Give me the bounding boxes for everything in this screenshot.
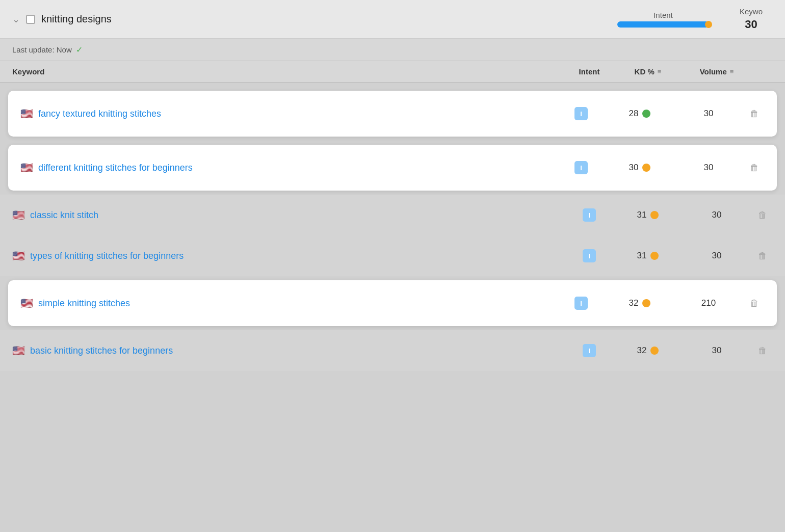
top-bar-left: ⌄ knitting designs [12,13,112,25]
col-kd-header[interactable]: KD % ≡ [615,67,681,76]
table-body: 🇺🇸 fancy textured knitting stitches I 28… [0,83,785,375]
top-bar: ⌄ knitting designs Intent Keywo 30 [0,0,785,39]
keyword-link[interactable]: classic knit stitch [30,210,564,221]
flag-icon: 🇺🇸 [20,297,33,309]
keyword-count-column: Keywo 30 [740,7,763,31]
intent-badge-label: I [574,161,588,174]
col-intent-header: Intent [564,67,615,76]
flag-icon: 🇺🇸 [12,209,25,221]
keyword-link[interactable]: simple knitting stitches [38,298,556,309]
intent-progress-bar [617,21,709,28]
volume-cell: 30 [673,163,744,173]
kd-cell: 31 [615,210,681,220]
row-checkbox[interactable] [26,15,35,24]
intent-label: Intent [653,11,673,19]
kd-dot [642,164,650,172]
intent-badge-label: I [574,297,588,310]
intent-badge: I [556,161,607,174]
checkmark-icon: ✓ [76,45,83,55]
volume-cell: 30 [681,251,752,261]
volume-cell: 210 [673,298,744,308]
chevron-down-icon[interactable]: ⌄ [12,14,20,25]
kd-value: 28 [629,109,639,119]
last-update-text: Last update: Now [12,45,72,54]
keyword-link[interactable]: fancy textured knitting stitches [38,109,556,119]
kd-value: 32 [629,298,639,308]
kd-dot [642,299,650,307]
delete-button[interactable]: 🗑 [744,163,765,173]
kd-value: 30 [629,163,639,173]
col-keyword-header: Keyword [12,67,564,76]
kd-cell: 28 [607,109,673,119]
volume-cell: 30 [681,345,752,356]
volume-filter-icon[interactable]: ≡ [730,68,734,75]
kd-dot [650,252,659,260]
intent-badge-label: I [583,208,596,222]
intent-badge-label: I [583,249,596,262]
intent-badge-label: I [574,107,588,120]
intent-badge: I [564,249,615,262]
kd-value: 31 [637,251,647,261]
table-row: 🇺🇸 types of knitting stitches for beginn… [0,235,785,276]
kd-cell: 32 [615,345,681,356]
keyword-link[interactable]: different knitting stitches for beginner… [38,163,556,173]
flag-icon: 🇺🇸 [12,344,25,357]
page-title: knitting designs [41,13,112,25]
delete-button[interactable]: 🗑 [752,251,773,261]
intent-badge: I [556,107,607,120]
keyword-link[interactable]: types of knitting stitches for beginners [30,251,564,261]
keyword-link[interactable]: basic knitting stitches for beginners [30,345,564,356]
table-header: Keyword Intent KD % ≡ Volume ≡ [0,61,785,83]
kd-filter-icon[interactable]: ≡ [658,68,662,75]
keyword-count-value: 30 [745,18,757,31]
flag-icon: 🇺🇸 [20,108,33,120]
kd-dot [642,110,650,118]
volume-cell: 30 [673,109,744,119]
intent-badge: I [564,344,615,357]
delete-button[interactable]: 🗑 [752,210,773,221]
flag-icon: 🇺🇸 [12,250,25,262]
last-update-bar: Last update: Now ✓ [0,39,785,61]
kd-cell: 32 [607,298,673,308]
top-bar-right: Intent Keywo 30 [617,7,773,31]
intent-bar-container [617,21,709,28]
delete-button[interactable]: 🗑 [744,298,765,309]
kd-value: 31 [637,210,647,220]
kd-dot [650,347,659,355]
col-volume-header[interactable]: Volume ≡ [681,67,752,76]
table-row: 🇺🇸 different knitting stitches for begin… [8,145,777,191]
table-row: 🇺🇸 basic knitting stitches for beginners… [0,330,785,371]
intent-badge-label: I [583,344,596,357]
flag-icon: 🇺🇸 [20,162,33,174]
intent-badge: I [564,208,615,222]
kd-dot [650,211,659,219]
table-row: 🇺🇸 classic knit stitch I 31 30 🗑 [0,195,785,235]
volume-cell: 30 [681,210,752,220]
keyword-label: Keywo [740,7,763,16]
kd-cell: 30 [607,163,673,173]
delete-button[interactable]: 🗑 [744,109,765,119]
kd-cell: 31 [615,251,681,261]
table-row: 🇺🇸 fancy textured knitting stitches I 28… [8,91,777,137]
table-row: 🇺🇸 simple knitting stitches I 32 210 🗑 [8,280,777,326]
kd-value: 32 [637,345,647,356]
intent-column-header: Intent [617,11,709,28]
intent-badge: I [556,297,607,310]
delete-button[interactable]: 🗑 [752,345,773,356]
